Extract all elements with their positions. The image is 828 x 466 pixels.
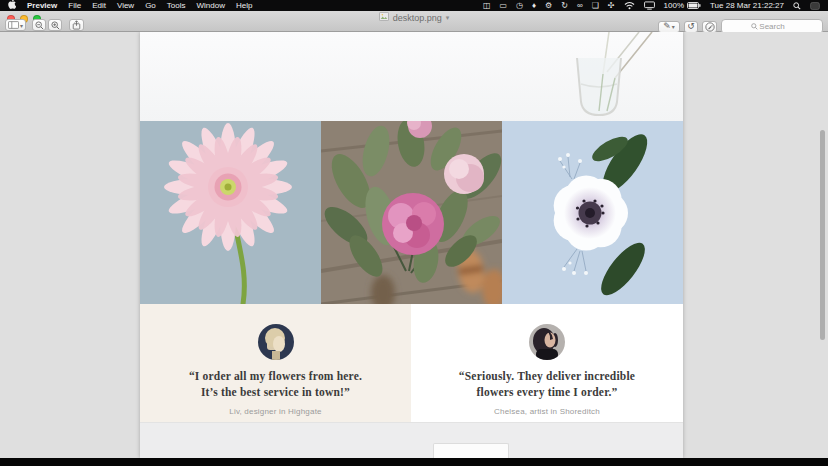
sidebar-chevron-icon: ▾ [20,22,23,29]
testimonials-section: “I order all my flowers from here. It’s … [140,304,683,422]
rotate-icon: ↺ [687,22,695,31]
menu-app-name[interactable]: Preview [27,0,57,11]
next-section [140,422,683,458]
battery-status[interactable]: 100% [664,0,701,11]
battery-percent: 100% [664,0,684,11]
menu-view[interactable]: View [117,0,134,11]
quote-author: Chelsea, artist in Shoreditch [494,407,600,416]
control-center-icon[interactable] [810,2,820,10]
quote-author: Liv, designer in Highgate [229,407,321,416]
bottom-screen-edge [0,458,828,466]
quote-text: “Seriously. They deliver incredible flow… [459,369,635,400]
airplay-display-icon[interactable] [644,1,655,10]
menu-bar: Preview File Edit View Go Tools Window H… [0,0,828,11]
vertical-scrollbar-thumb[interactable] [820,130,825,340]
preview-canvas: “I order all my flowers from here. It’s … [0,32,828,458]
photo-peony-bouquet [321,121,502,304]
menu-window[interactable]: Window [197,0,225,11]
markup-toolbar-button[interactable] [702,21,717,33]
screen-recording-icon[interactable]: ◫ [483,1,491,10]
highlight-button[interactable]: ✎ ▾ [658,21,680,33]
display-icon[interactable]: ▭ [499,1,507,10]
wifi-icon[interactable] [624,1,635,10]
spotlight-icon[interactable] [793,2,801,10]
menu-go[interactable]: Go [145,0,156,11]
window-titlebar: desktop.png ▾ ▾ ✎ ▾ [0,11,828,32]
viewed-image-desktop-png: “I order all my flowers from here. It’s … [140,32,683,458]
photo-grid [140,121,683,304]
hero-section [140,32,683,121]
menu-help[interactable]: Help [236,0,252,11]
menu-edit[interactable]: Edit [92,0,106,11]
testimonial-chelsea: “Seriously. They deliver incredible flow… [411,304,683,422]
testimonial-liv: “I order all my flowers from here. It’s … [140,304,411,422]
zoom-in-button[interactable] [48,19,62,31]
product-card-edge [433,443,509,458]
screen: Preview File Edit View Go Tools Window H… [0,0,828,466]
window-title: desktop.png [393,13,442,23]
photo-pink-gerbera [140,121,321,304]
battery-icon [687,2,701,9]
document-proxy-icon [379,12,389,23]
search-icon [751,23,758,30]
menu-bar-status: ◫ ▭ ◷ ♦ ⚙ ↻ ∞ ❏ ✣ 100% Tue 28 Mar 21:22:… [483,0,820,11]
document-icon[interactable]: ❏ [592,1,599,10]
settings-gear-icon[interactable]: ⚙ [545,1,552,10]
avatar-liv [258,324,294,360]
clock-icon[interactable]: ◷ [516,1,523,10]
ink-drop-icon[interactable]: ♦ [532,1,536,10]
glass-vase-photo [511,32,661,121]
menu-file[interactable]: File [68,0,81,11]
toolbar-left: ▾ [5,19,84,31]
share-button[interactable] [69,19,84,31]
title-chevron-icon[interactable]: ▾ [446,14,450,22]
airdrop-icon[interactable]: ✣ [608,1,615,10]
rotate-button[interactable]: ↺ [684,21,698,33]
avatar-chelsea [529,324,565,360]
infinity-icon[interactable]: ∞ [577,1,583,10]
menu-bar-clock[interactable]: Tue 28 Mar 21:22:27 [710,0,784,11]
menu-tools[interactable]: Tools [167,0,186,11]
zoom-out-button[interactable] [32,19,46,31]
pencil-icon: ✎ [663,22,671,31]
photo-white-anemone [502,121,683,304]
sidebar-toggle-button[interactable]: ▾ [5,19,26,31]
sync-icon[interactable]: ↻ [561,1,568,10]
highlight-chevron-icon: ▾ [672,23,675,30]
quote-text: “I order all my flowers from here. It’s … [189,369,362,400]
